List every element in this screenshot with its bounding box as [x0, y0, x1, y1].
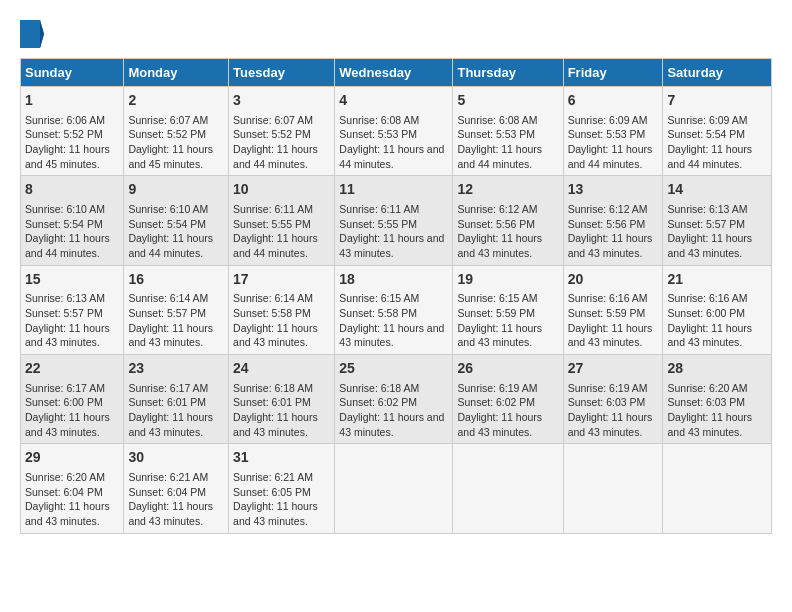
- day-number: 23: [128, 359, 224, 379]
- daylight-text: Daylight: 11 hours and 43 minutes.: [339, 322, 444, 349]
- sunset-text: Sunset: 5:55 PM: [233, 218, 311, 230]
- calendar-cell: 19Sunrise: 6:15 AMSunset: 5:59 PMDayligh…: [453, 265, 563, 354]
- sunset-text: Sunset: 5:53 PM: [339, 128, 417, 140]
- header-day-friday: Friday: [563, 59, 663, 87]
- sunrise-text: Sunrise: 6:14 AM: [128, 292, 208, 304]
- daylight-text: Daylight: 11 hours and 43 minutes.: [568, 411, 653, 438]
- daylight-text: Daylight: 11 hours and 43 minutes.: [339, 232, 444, 259]
- daylight-text: Daylight: 11 hours and 43 minutes.: [667, 232, 752, 259]
- day-number: 2: [128, 91, 224, 111]
- sunset-text: Sunset: 6:04 PM: [128, 486, 206, 498]
- sunrise-text: Sunrise: 6:20 AM: [25, 471, 105, 483]
- day-number: 9: [128, 180, 224, 200]
- header-day-wednesday: Wednesday: [335, 59, 453, 87]
- day-number: 31: [233, 448, 330, 468]
- sunrise-text: Sunrise: 6:07 AM: [233, 114, 313, 126]
- daylight-text: Daylight: 11 hours and 43 minutes.: [25, 500, 110, 527]
- calendar-cell: 3Sunrise: 6:07 AMSunset: 5:52 PMDaylight…: [229, 87, 335, 176]
- sunset-text: Sunset: 5:57 PM: [128, 307, 206, 319]
- daylight-text: Daylight: 11 hours and 44 minutes.: [339, 143, 444, 170]
- daylight-text: Daylight: 11 hours and 45 minutes.: [128, 143, 213, 170]
- sunset-text: Sunset: 5:52 PM: [233, 128, 311, 140]
- daylight-text: Daylight: 11 hours and 44 minutes.: [667, 143, 752, 170]
- daylight-text: Daylight: 11 hours and 44 minutes.: [568, 143, 653, 170]
- sunset-text: Sunset: 5:56 PM: [568, 218, 646, 230]
- daylight-text: Daylight: 11 hours and 43 minutes.: [457, 232, 542, 259]
- calendar-cell: 5Sunrise: 6:08 AMSunset: 5:53 PMDaylight…: [453, 87, 563, 176]
- sunset-text: Sunset: 6:05 PM: [233, 486, 311, 498]
- sunset-text: Sunset: 5:58 PM: [233, 307, 311, 319]
- day-number: 6: [568, 91, 659, 111]
- sunset-text: Sunset: 5:56 PM: [457, 218, 535, 230]
- day-number: 17: [233, 270, 330, 290]
- sunrise-text: Sunrise: 6:07 AM: [128, 114, 208, 126]
- sunset-text: Sunset: 5:52 PM: [25, 128, 103, 140]
- sunset-text: Sunset: 6:02 PM: [457, 396, 535, 408]
- sunrise-text: Sunrise: 6:16 AM: [667, 292, 747, 304]
- header-day-saturday: Saturday: [663, 59, 772, 87]
- daylight-text: Daylight: 11 hours and 43 minutes.: [667, 411, 752, 438]
- calendar-cell: 31Sunrise: 6:21 AMSunset: 6:05 PMDayligh…: [229, 444, 335, 533]
- daylight-text: Daylight: 11 hours and 43 minutes.: [233, 500, 318, 527]
- calendar-week-2: 8Sunrise: 6:10 AMSunset: 5:54 PMDaylight…: [21, 176, 772, 265]
- sunset-text: Sunset: 6:03 PM: [667, 396, 745, 408]
- logo-icon: [20, 20, 44, 48]
- sunset-text: Sunset: 6:00 PM: [667, 307, 745, 319]
- sunrise-text: Sunrise: 6:15 AM: [457, 292, 537, 304]
- day-number: 27: [568, 359, 659, 379]
- sunrise-text: Sunrise: 6:15 AM: [339, 292, 419, 304]
- day-number: 3: [233, 91, 330, 111]
- calendar-week-3: 15Sunrise: 6:13 AMSunset: 5:57 PMDayligh…: [21, 265, 772, 354]
- daylight-text: Daylight: 11 hours and 43 minutes.: [128, 411, 213, 438]
- svg-marker-1: [40, 20, 44, 48]
- calendar-cell: [563, 444, 663, 533]
- sunset-text: Sunset: 5:59 PM: [457, 307, 535, 319]
- daylight-text: Daylight: 11 hours and 43 minutes.: [339, 411, 444, 438]
- sunrise-text: Sunrise: 6:14 AM: [233, 292, 313, 304]
- header-day-sunday: Sunday: [21, 59, 124, 87]
- daylight-text: Daylight: 11 hours and 44 minutes.: [233, 232, 318, 259]
- calendar-cell: [663, 444, 772, 533]
- day-number: 12: [457, 180, 558, 200]
- day-number: 1: [25, 91, 119, 111]
- sunset-text: Sunset: 5:53 PM: [457, 128, 535, 140]
- sunset-text: Sunset: 6:01 PM: [233, 396, 311, 408]
- sunrise-text: Sunrise: 6:13 AM: [25, 292, 105, 304]
- day-number: 18: [339, 270, 448, 290]
- day-number: 30: [128, 448, 224, 468]
- day-number: 15: [25, 270, 119, 290]
- sunrise-text: Sunrise: 6:21 AM: [128, 471, 208, 483]
- calendar-cell: 6Sunrise: 6:09 AMSunset: 5:53 PMDaylight…: [563, 87, 663, 176]
- sunrise-text: Sunrise: 6:21 AM: [233, 471, 313, 483]
- calendar-cell: 16Sunrise: 6:14 AMSunset: 5:57 PMDayligh…: [124, 265, 229, 354]
- calendar-cell: 21Sunrise: 6:16 AMSunset: 6:00 PMDayligh…: [663, 265, 772, 354]
- calendar-cell: 11Sunrise: 6:11 AMSunset: 5:55 PMDayligh…: [335, 176, 453, 265]
- day-number: 29: [25, 448, 119, 468]
- calendar-cell: 22Sunrise: 6:17 AMSunset: 6:00 PMDayligh…: [21, 355, 124, 444]
- calendar-cell: 10Sunrise: 6:11 AMSunset: 5:55 PMDayligh…: [229, 176, 335, 265]
- day-number: 22: [25, 359, 119, 379]
- calendar-cell: 18Sunrise: 6:15 AMSunset: 5:58 PMDayligh…: [335, 265, 453, 354]
- calendar-cell: 7Sunrise: 6:09 AMSunset: 5:54 PMDaylight…: [663, 87, 772, 176]
- sunrise-text: Sunrise: 6:09 AM: [667, 114, 747, 126]
- calendar-cell: 2Sunrise: 6:07 AMSunset: 5:52 PMDaylight…: [124, 87, 229, 176]
- calendar-cell: 27Sunrise: 6:19 AMSunset: 6:03 PMDayligh…: [563, 355, 663, 444]
- daylight-text: Daylight: 11 hours and 44 minutes.: [233, 143, 318, 170]
- sunrise-text: Sunrise: 6:17 AM: [25, 382, 105, 394]
- calendar-cell: 28Sunrise: 6:20 AMSunset: 6:03 PMDayligh…: [663, 355, 772, 444]
- daylight-text: Daylight: 11 hours and 43 minutes.: [128, 500, 213, 527]
- calendar-cell: 17Sunrise: 6:14 AMSunset: 5:58 PMDayligh…: [229, 265, 335, 354]
- daylight-text: Daylight: 11 hours and 43 minutes.: [233, 411, 318, 438]
- sunset-text: Sunset: 5:55 PM: [339, 218, 417, 230]
- day-number: 8: [25, 180, 119, 200]
- sunrise-text: Sunrise: 6:13 AM: [667, 203, 747, 215]
- sunrise-text: Sunrise: 6:06 AM: [25, 114, 105, 126]
- day-number: 10: [233, 180, 330, 200]
- daylight-text: Daylight: 11 hours and 43 minutes.: [667, 322, 752, 349]
- sunrise-text: Sunrise: 6:12 AM: [457, 203, 537, 215]
- sunset-text: Sunset: 6:03 PM: [568, 396, 646, 408]
- day-number: 4: [339, 91, 448, 111]
- calendar-cell: 12Sunrise: 6:12 AMSunset: 5:56 PMDayligh…: [453, 176, 563, 265]
- header-day-monday: Monday: [124, 59, 229, 87]
- calendar-cell: [453, 444, 563, 533]
